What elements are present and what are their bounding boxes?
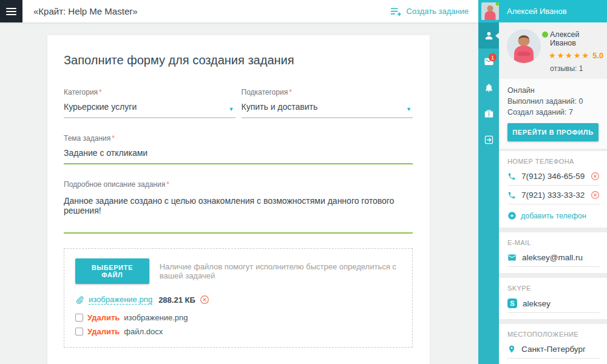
delete-file-name: файл.docx bbox=[124, 327, 163, 336]
avatar bbox=[507, 29, 541, 63]
description-field[interactable]: Подробное описание задания* Данное задан… bbox=[64, 180, 413, 234]
phone-number[interactable]: 7(912) 346-65-59 bbox=[521, 172, 585, 181]
main-column: «Крайт: Help Me Master» Создать задание … bbox=[0, 0, 478, 364]
subcategory-value[interactable]: Купить и доставить bbox=[242, 102, 413, 118]
subcategory-select[interactable]: Подкатегория* Купить и доставить ▼ bbox=[242, 88, 413, 118]
paperclip-icon bbox=[75, 295, 84, 305]
email-section: E-MAIL aleksey@mall.ru bbox=[499, 232, 607, 273]
location-section: МЕСТОПОЛОЖЕНИЕ Санкт-Петербург bbox=[499, 324, 607, 364]
add-phone-label: добавить телефон bbox=[521, 212, 586, 220]
profile-summary: Алексей Иванов ★★★★★ 5.0 отзывы: 1 bbox=[499, 22, 607, 79]
delete-action-label[interactable]: Удалить bbox=[87, 313, 120, 322]
hamburger-menu-button[interactable] bbox=[0, 0, 22, 22]
logout-icon bbox=[484, 135, 494, 145]
email-value[interactable]: aleksey@mall.ru bbox=[522, 253, 600, 262]
topic-input[interactable]: Задание с откликами bbox=[64, 148, 413, 164]
chevron-down-icon: ▼ bbox=[229, 106, 234, 112]
category-value[interactable]: Курьерские услуги bbox=[64, 102, 236, 118]
nav-profile-item[interactable] bbox=[478, 22, 499, 49]
create-task-button[interactable]: Создать задание bbox=[390, 7, 469, 16]
nav-messages-item[interactable]: 1 bbox=[478, 49, 499, 75]
app-window: «Крайт: Help Me Master» Создать задание … bbox=[0, 0, 607, 364]
attachment-row: изображение.png 288.21 КБ bbox=[75, 295, 401, 305]
category-select[interactable]: Категория* Курьерские услуги ▼ bbox=[64, 88, 236, 118]
topic-field[interactable]: Тема задания* Задание с откликами bbox=[64, 134, 413, 164]
remove-attachment-icon[interactable] bbox=[200, 295, 209, 305]
delete-file-row: Удалить изображение.png bbox=[75, 313, 401, 322]
email-section-label: E-MAIL bbox=[507, 239, 600, 246]
avatar bbox=[481, 2, 499, 20]
rating-value: 5.0 bbox=[592, 51, 603, 60]
topic-label: Тема задания* bbox=[64, 134, 413, 143]
nav-tasks-item[interactable] bbox=[478, 101, 499, 127]
category-label: Категория* bbox=[64, 88, 236, 96]
chevron-down-icon: ▼ bbox=[406, 106, 412, 112]
delete-file-row: Удалить файл.docx bbox=[75, 327, 401, 336]
content-area: Заполните форму для создания задания Кат… bbox=[0, 22, 478, 364]
location-row: Санкт-Петербург bbox=[507, 340, 600, 359]
remove-phone-icon[interactable] bbox=[591, 172, 600, 181]
form-heading: Заполните форму для создания задания bbox=[64, 53, 413, 67]
bell-icon bbox=[484, 83, 494, 93]
delete-file-checkbox[interactable] bbox=[75, 328, 83, 335]
online-indicator bbox=[495, 2, 499, 7]
header-user-name: Алексей Иванов bbox=[507, 7, 567, 16]
sidebar-user-header[interactable]: Алексей Иванов bbox=[478, 0, 607, 22]
phone-row: 7(912) 346-65-59 bbox=[507, 167, 600, 186]
briefcase-alert-icon bbox=[484, 109, 494, 119]
choose-file-button[interactable]: ВЫБЕРИТЕ ФАЙЛ bbox=[75, 258, 149, 284]
create-task-label: Создать задание bbox=[406, 7, 469, 16]
skype-section-label: SKYPE bbox=[507, 285, 600, 292]
reviews-count: отзывы: 1 bbox=[550, 64, 603, 73]
location-section-label: МЕСТОПОЛОЖЕНИЕ bbox=[507, 331, 600, 338]
status-text: Онлайн bbox=[507, 85, 599, 96]
subcategory-label: Подкатегория* bbox=[242, 88, 413, 96]
nav-logout-item[interactable] bbox=[478, 127, 499, 153]
profile-sidebar: Алексей Иванов 1 bbox=[478, 0, 607, 364]
go-to-profile-button[interactable]: ПЕРЕЙТИ В ПРОФИЛЬ bbox=[507, 123, 599, 141]
task-form-card: Заполните форму для создания задания Кат… bbox=[47, 35, 430, 364]
delete-action-label[interactable]: Удалить bbox=[87, 327, 120, 336]
location-value[interactable]: Санкт-Петербург bbox=[521, 345, 600, 354]
messages-badge: 1 bbox=[489, 53, 497, 61]
delete-file-checkbox[interactable] bbox=[75, 314, 83, 322]
add-phone-button[interactable]: добавить телефон bbox=[507, 211, 600, 221]
file-upload-hint: Наличие файлов помогут исполнителю быстр… bbox=[160, 262, 401, 280]
remove-phone-icon[interactable] bbox=[591, 190, 600, 200]
plus-circle-icon bbox=[507, 211, 517, 220]
completed-tasks-text: Выполнил заданий: 0 bbox=[507, 96, 599, 107]
file-upload-box: ВЫБЕРИТЕ ФАЙЛ Наличие файлов помогут исп… bbox=[64, 248, 413, 348]
envelope-icon bbox=[507, 253, 517, 262]
phone-icon bbox=[507, 191, 516, 200]
phone-icon bbox=[507, 172, 516, 181]
create-task-icon bbox=[390, 7, 402, 16]
created-tasks-text: Создал заданий: 7 bbox=[507, 107, 599, 118]
email-row: aleksey@mall.ru bbox=[507, 248, 600, 267]
description-textarea[interactable]: Данное задание создано с целью ознакомле… bbox=[64, 196, 413, 234]
delete-file-name: изображение.png bbox=[124, 313, 188, 322]
phone-number[interactable]: 7(921) 333-33-32 bbox=[521, 190, 585, 200]
attachment-size: 288.21 КБ bbox=[158, 295, 195, 305]
phone-section: НОМЕР ТЕЛЕФОНА 7(912) 346-65-59 bbox=[499, 151, 607, 228]
location-pin-icon bbox=[507, 345, 516, 354]
phone-section-label: НОМЕР ТЕЛЕФОНА bbox=[507, 158, 600, 165]
rating-stars: ★★★★★ bbox=[549, 51, 590, 60]
phone-row: 7(921) 333-33-32 bbox=[507, 186, 600, 204]
attachment-link[interactable]: изображение.png bbox=[89, 295, 152, 305]
profile-name: Алексей Иванов bbox=[550, 30, 603, 47]
person-icon bbox=[484, 30, 494, 41]
skype-row: S aleksey bbox=[507, 294, 600, 313]
site-title: «Крайт: Help Me Master» bbox=[33, 6, 138, 16]
skype-icon: S bbox=[507, 298, 517, 308]
topbar: «Крайт: Help Me Master» Создать задание bbox=[0, 0, 478, 22]
online-indicator bbox=[542, 32, 548, 38]
nav-notifications-item[interactable] bbox=[478, 75, 499, 101]
sidebar-panel: Алексей Иванов ★★★★★ 5.0 отзывы: 1 Онлай… bbox=[499, 22, 607, 364]
sidebar-nav-strip: 1 bbox=[478, 22, 499, 364]
description-label: Подробное описание задания* bbox=[64, 180, 413, 189]
skype-section: SKYPE S aleksey bbox=[499, 278, 607, 319]
skype-value[interactable]: aleksey bbox=[523, 299, 600, 308]
profile-stats: Онлайн Выполнил заданий: 0 Создал задани… bbox=[499, 79, 607, 149]
